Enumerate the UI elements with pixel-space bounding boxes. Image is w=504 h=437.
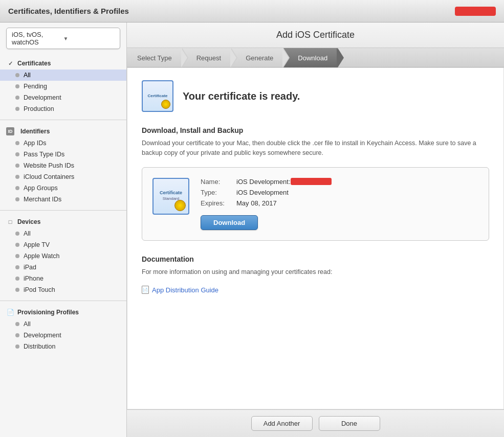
identifiers-icon: ID	[6, 127, 14, 135]
sidebar-section-certificates: ✓ Certificates All Pending Development P…	[0, 54, 126, 118]
cert-name-value: iOS Development:	[236, 178, 291, 186]
sidebar-divider	[0, 210, 126, 211]
sidebar-item-devices-all[interactable]: All	[0, 228, 126, 239]
sidebar-item-ipad[interactable]: iPad	[0, 262, 126, 273]
sidebar-item-icloud-containers[interactable]: iCloud Containers	[0, 171, 126, 182]
devices-icon: □	[6, 218, 14, 226]
content-body: Certificate Your certificate is ready. D…	[127, 67, 504, 409]
cert-expires-label: Expires:	[201, 199, 236, 207]
cert-name-label: Name:	[201, 178, 236, 186]
certificates-section-header: ✓ Certificates	[0, 57, 126, 70]
sidebar-item-label: Pass Type IDs	[24, 151, 64, 158]
doc-section-desc: For more information on using and managi…	[142, 267, 489, 277]
identifiers-section-header: ID Identifiers	[0, 125, 126, 137]
step-select-type[interactable]: Select Type	[127, 48, 182, 67]
identifiers-section-label: Identifiers	[20, 128, 50, 135]
sidebar-item-label: Apple TV	[24, 241, 50, 248]
content-area: Add iOS Certificate Select Type Request …	[127, 22, 504, 437]
sidebar-item-app-groups[interactable]: App Groups	[0, 182, 126, 194]
steps-bar: Select Type Request Generate Download	[127, 48, 504, 67]
sidebar-section-devices: □ Devices All Apple TV Apple Watch iPad	[0, 213, 126, 298]
sidebar-item-certificates-production[interactable]: Production	[0, 103, 126, 114]
sidebar-item-label: All	[24, 72, 31, 79]
sidebar: iOS, tvOS, watchOS ▼ ✓ Certificates All …	[0, 22, 127, 437]
sidebar-item-label: Website Push IDs	[24, 162, 74, 169]
sidebar-item-apple-watch[interactable]: Apple Watch	[0, 250, 126, 262]
step-generate[interactable]: Generate	[231, 48, 283, 67]
dot-icon	[15, 73, 19, 77]
sidebar-item-ipod-touch[interactable]: iPod Touch	[0, 284, 126, 295]
devices-section-header: □ Devices	[0, 216, 126, 228]
dot-icon	[15, 141, 19, 145]
step-label: Download	[298, 54, 327, 62]
sidebar-item-certificates-development[interactable]: Development	[0, 92, 126, 103]
dot-icon	[15, 265, 19, 269]
sidebar-item-label: All	[24, 230, 31, 237]
cert-name-row: Name: iOS Development:	[201, 178, 478, 186]
cert-box-icon-text-line1: Certificate	[160, 190, 182, 196]
sidebar-item-label: iPad	[24, 264, 36, 271]
documentation-section: Documentation For more information on us…	[142, 255, 489, 294]
certificate-details-box: Certificate Standard Name: iOS Developme…	[142, 167, 489, 241]
dot-icon	[15, 152, 19, 156]
cert-type-row: Type: iOS Development	[201, 189, 478, 196]
page-title: Add iOS Certificate	[137, 30, 494, 40]
app-title: Certificates, Identifiers & Profiles	[8, 7, 129, 15]
user-avatar-redacted	[455, 7, 496, 16]
sidebar-item-certificates-all[interactable]: All	[0, 70, 126, 81]
sidebar-item-pass-type-ids[interactable]: Pass Type IDs	[0, 149, 126, 160]
sidebar-item-profiles-distribution[interactable]: Distribution	[0, 341, 126, 352]
sidebar-item-label: App Groups	[24, 185, 58, 192]
done-button[interactable]: Done	[319, 416, 380, 431]
sidebar-item-label: Apple Watch	[24, 252, 59, 260]
sidebar-item-website-push-ids[interactable]: Website Push IDs	[0, 160, 126, 171]
step-download[interactable]: Download	[283, 48, 338, 67]
dot-icon	[15, 107, 19, 111]
sidebar-item-app-ids[interactable]: App IDs	[0, 137, 126, 149]
sidebar-item-label: Distribution	[24, 343, 56, 350]
dot-icon	[15, 96, 19, 100]
gold-seal-icon	[161, 100, 170, 109]
sidebar-item-iphone[interactable]: iPhone	[0, 273, 126, 284]
sidebar-item-label: Pending	[24, 83, 47, 90]
download-section-desc: Download your certificate to your Mac, t…	[142, 139, 489, 158]
sidebar-item-label: iPod Touch	[24, 286, 55, 293]
gold-seal-large-icon	[174, 200, 186, 211]
dot-icon	[15, 277, 19, 281]
sidebar-item-label: App IDs	[24, 140, 46, 147]
cert-type-value: iOS Development	[236, 189, 289, 196]
doc-section-title: Documentation	[142, 255, 489, 263]
dot-icon	[15, 186, 19, 190]
app-distribution-guide-link[interactable]: 📄 App Distribution Guide	[142, 286, 489, 294]
sidebar-item-profiles-all[interactable]: All	[0, 318, 126, 330]
provisioning-section-label: Provisioning Profiles	[17, 309, 79, 316]
cert-icon-text: Certificate	[147, 94, 167, 99]
step-label: Request	[196, 54, 221, 62]
devices-section-label: Devices	[17, 218, 40, 225]
sidebar-item-merchant-ids[interactable]: Merchant IDs	[0, 194, 126, 205]
dot-icon	[15, 175, 19, 179]
sidebar-item-apple-tv[interactable]: Apple TV	[0, 239, 126, 250]
download-button[interactable]: Download	[201, 215, 258, 230]
platform-label: iOS, tvOS, watchOS	[12, 31, 63, 46]
sidebar-item-label: iPhone	[24, 275, 43, 282]
sidebar-item-label: Merchant IDs	[24, 196, 61, 203]
dot-icon	[15, 288, 19, 292]
step-request[interactable]: Request	[182, 48, 231, 67]
cert-type-label: Type:	[201, 189, 236, 196]
ready-message: Your certificate is ready.	[183, 90, 300, 102]
sidebar-item-label: Development	[24, 94, 61, 101]
chevron-down-icon: ▼	[63, 36, 115, 41]
sidebar-item-certificates-pending[interactable]: Pending	[0, 81, 126, 92]
titlebar: Certificates, Identifiers & Profiles	[0, 0, 504, 22]
content-header: Add iOS Certificate	[127, 22, 504, 48]
dot-icon	[15, 344, 19, 349]
cert-name-redacted	[291, 178, 332, 185]
platform-dropdown[interactable]: iOS, tvOS, watchOS ▼	[6, 28, 120, 49]
dot-icon	[15, 164, 19, 168]
sidebar-section-provisioning: 📄 Provisioning Profiles All Development …	[0, 303, 126, 355]
add-another-button[interactable]: Add Another	[251, 416, 313, 431]
sidebar-item-label: iCloud Containers	[24, 173, 74, 180]
sidebar-item-profiles-development[interactable]: Development	[0, 330, 126, 341]
step-label: Select Type	[137, 54, 172, 62]
